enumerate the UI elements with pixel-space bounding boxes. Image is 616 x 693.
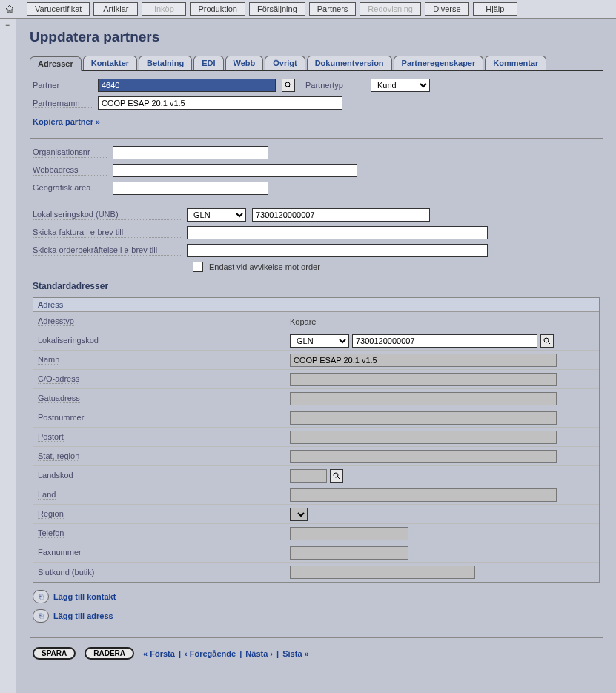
addr-lokkod-label: Lokaliseringskod: [38, 336, 99, 345]
addr-landskod-lookup-icon[interactable]: [330, 469, 343, 483]
nav-forsaljning[interactable]: Försäljning: [249, 2, 305, 16]
tab-kontakter[interactable]: Kontakter: [83, 56, 137, 70]
addr-co-input[interactable]: [290, 373, 557, 386]
addr-slutkund-label: Slutkund (butik): [38, 568, 94, 577]
pager-next[interactable]: Nästa ›: [245, 649, 273, 658]
add-address-icon[interactable]: ⎘: [33, 609, 49, 623]
svg-line-3: [548, 342, 550, 344]
partnertyp-label: Partnertyp: [305, 81, 365, 90]
main-content: Uppdatera partners Adresser Kontakter Be…: [16, 19, 616, 670]
addr-lokkod-lookup-icon[interactable]: [540, 334, 554, 348]
addr-row-postnr: Postnummer: [33, 408, 599, 428]
addr-namn-label: Namn: [38, 355, 59, 365]
lokkod-input[interactable]: [252, 208, 430, 222]
orderbek-input[interactable]: [187, 244, 488, 257]
copy-partner-link[interactable]: Kopiera partner »: [33, 117, 100, 126]
avvikelse-label: Endast vid avvikelse mot order: [209, 262, 320, 271]
rail-icon[interactable]: ≡: [0, 21, 16, 30]
adresstyp-value: Köpare: [290, 317, 316, 326]
addr-stat-input[interactable]: [290, 450, 557, 463]
pager-last[interactable]: Sista »: [282, 649, 308, 658]
addr-lokkod-input[interactable]: [352, 334, 537, 348]
addr-land-input[interactable]: [290, 488, 557, 502]
tab-betalning[interactable]: Betalning: [139, 56, 192, 70]
tab-edi[interactable]: EDI: [193, 56, 223, 70]
orderbek-label: Skicka orderbekräftelse i e-brev till: [33, 245, 181, 256]
pager-prev[interactable]: ‹ Föregående: [185, 649, 236, 658]
tabs: Adresser Kontakter Betalning EDI Webb Öv…: [30, 56, 603, 71]
tab-dokumentversion[interactable]: Dokumentversion: [307, 56, 392, 70]
lokkod-type-select[interactable]: GLN: [187, 208, 246, 222]
tab-webb[interactable]: Webb: [225, 56, 264, 70]
addr-namn-input[interactable]: [290, 354, 557, 367]
addresses-heading: Standardadresser: [33, 281, 600, 291]
nav-hjalp[interactable]: Hjälp: [473, 2, 517, 16]
nav-partners[interactable]: Partners: [309, 2, 357, 16]
addr-fax-input[interactable]: [290, 546, 408, 560]
partner-input[interactable]: [98, 79, 276, 92]
addr-row-landskod: Landskod: [33, 466, 599, 485]
lokkod-label: Lokaliseringskod (UNB): [33, 210, 181, 220]
addr-postort-label: Postort: [38, 432, 64, 442]
addr-postnr-input[interactable]: [290, 411, 557, 425]
left-rail: ≡: [0, 19, 16, 693]
tab-ovrigt[interactable]: Övrigt: [265, 56, 305, 70]
nav-inkop[interactable]: Inköp: [142, 2, 186, 16]
addr-lokkod-type-select[interactable]: GLN: [290, 334, 349, 348]
top-nav: Varucertifikat Artiklar Inköp Produktion…: [27, 2, 517, 16]
nav-varucertifikat[interactable]: Varucertifikat: [27, 2, 90, 16]
addr-row-fax: Faxnummer: [33, 543, 599, 563]
addr-gatu-input[interactable]: [290, 392, 557, 405]
pager: « Första | ‹ Föregående | Nästa › | Sist…: [143, 649, 309, 658]
save-button[interactable]: SPARA: [33, 647, 76, 660]
nav-produktion[interactable]: Produktion: [190, 2, 245, 16]
address-box-title: Adress: [33, 298, 599, 312]
delete-button[interactable]: RADERA: [85, 647, 134, 660]
partnertyp-select[interactable]: Kund: [371, 79, 430, 92]
addr-row-land: Land: [33, 485, 599, 505]
addr-postnr-label: Postnummer: [38, 413, 84, 422]
addr-region-select[interactable]: [290, 508, 308, 521]
addr-co-label: C/O-adress: [38, 374, 79, 384]
addr-row-co: C/O-adress: [33, 370, 599, 389]
home-icon[interactable]: [4, 4, 15, 14]
addr-landskod-input[interactable]: [290, 469, 327, 483]
webb-input[interactable]: [113, 164, 357, 177]
addr-row-postort: Postort: [33, 428, 599, 447]
addr-fax-label: Faxnummer: [38, 548, 82, 557]
faktura-input[interactable]: [187, 226, 488, 239]
partner-label: Partner: [33, 81, 92, 90]
addr-row-lokkod: Lokaliseringskod GLN: [33, 331, 599, 351]
nav-diverse[interactable]: Diverse: [425, 2, 469, 16]
page-title: Uppdatera partners: [30, 29, 603, 45]
adresstyp-label: Adresstyp: [38, 316, 74, 326]
add-contact-icon[interactable]: ⎘: [33, 590, 49, 603]
geo-input[interactable]: [113, 182, 268, 195]
nav-artiklar[interactable]: Artiklar: [93, 2, 138, 16]
partnernamn-input[interactable]: [98, 96, 342, 110]
tab-partneregenskaper[interactable]: Partneregenskaper: [394, 56, 484, 70]
addr-slutkund-input[interactable]: [290, 566, 475, 579]
addr-region-label: Region: [38, 509, 64, 519]
addr-postort-input[interactable]: [290, 431, 557, 444]
addr-row-namn: Namn: [33, 351, 599, 370]
addr-row-adresstyp: Adresstyp Köpare: [33, 312, 599, 331]
avvikelse-checkbox[interactable]: [193, 262, 203, 272]
addr-stat-label: Stat, region: [38, 451, 79, 461]
addr-land-label: Land: [38, 490, 56, 500]
partner-lookup-icon[interactable]: [282, 79, 295, 92]
add-address-link[interactable]: Lägg till adress: [53, 611, 113, 620]
orgnr-input[interactable]: [113, 146, 268, 159]
pager-first[interactable]: « Första: [143, 649, 175, 658]
addr-telefon-label: Telefon: [38, 528, 64, 538]
addr-row-slutkund: Slutkund (butik): [33, 563, 599, 582]
addr-telefon-input[interactable]: [290, 527, 408, 540]
tab-adresser[interactable]: Adresser: [30, 56, 82, 71]
addr-landskod-label: Landskod: [38, 471, 73, 480]
tab-kommentar[interactable]: Kommentar: [485, 56, 546, 70]
nav-redovisning[interactable]: Redovisning: [360, 2, 421, 16]
orgnr-label: Organisationsnr: [33, 147, 107, 158]
svg-line-1: [289, 86, 291, 88]
add-contact-link[interactable]: Lägg till kontakt: [53, 592, 116, 601]
faktura-label: Skicka faktura i e-brev till: [33, 228, 181, 238]
